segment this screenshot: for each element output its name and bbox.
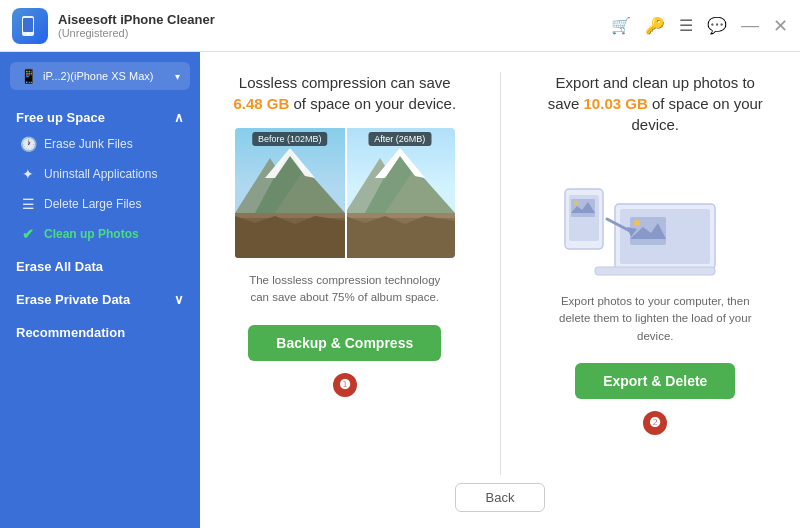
free-up-space-label: Free up Space	[16, 110, 105, 125]
erase-junk-label: Erase Junk Files	[44, 137, 133, 151]
main-layout: 📱 iP...2)(iPhone XS Max) ▾ Free up Space…	[0, 52, 800, 528]
export-highlight: 10.03 GB	[584, 95, 648, 112]
backup-title-prefix: Lossless compression can save	[239, 74, 451, 91]
app-name: Aiseesoft iPhone Cleaner	[58, 12, 611, 27]
delete-large-icon: ☰	[20, 196, 36, 212]
app-subtitle: (Unregistered)	[58, 27, 611, 39]
sidebar-item-clean-photos[interactable]: ✔ Clean up Photos	[0, 219, 200, 249]
phone-icon: 📱	[20, 68, 37, 84]
backup-title-suffix: of space on your device.	[289, 95, 456, 112]
card-separator	[500, 72, 501, 475]
after-label: After (26MB)	[368, 132, 431, 146]
backup-compress-card: Lossless compression can save 6.48 GB of…	[230, 72, 460, 475]
minimize-icon[interactable]: —	[741, 15, 759, 36]
content-area: Lossless compression can save 6.48 GB of…	[200, 52, 800, 528]
svg-point-29	[574, 201, 578, 205]
back-button[interactable]: Back	[455, 483, 546, 512]
before-label: Before (102MB)	[252, 132, 328, 146]
erase-private-chevron-icon: ∨	[174, 292, 184, 307]
backup-highlight: 6.48 GB	[233, 95, 289, 112]
cart-icon[interactable]: 🛒	[611, 16, 631, 35]
step-2-badge: ❷	[643, 411, 667, 435]
clean-photos-icon: ✔	[20, 226, 36, 242]
backup-compress-desc: The lossless compression technology can …	[245, 272, 445, 307]
sidebar-erase-all-data[interactable]: Erase All Data	[0, 249, 200, 282]
step-1-badge: ❶	[333, 373, 357, 397]
chat-icon[interactable]: 💬	[707, 16, 727, 35]
uninstall-apps-icon: ✦	[20, 166, 36, 182]
svg-marker-18	[345, 216, 455, 258]
export-delete-desc: Export photos to your computer, then del…	[555, 293, 755, 345]
export-illustration	[555, 149, 755, 279]
export-delete-button[interactable]: Export & Delete	[575, 363, 735, 399]
clean-photos-label: Clean up Photos	[44, 227, 139, 241]
options-row: Lossless compression can save 6.48 GB of…	[230, 72, 770, 475]
before-after-divider	[345, 128, 347, 258]
sidebar-erase-private-data[interactable]: Erase Private Data ∨	[0, 282, 200, 315]
before-after-image: Before (102MB)	[235, 128, 455, 258]
after-panel: After (26MB)	[345, 128, 455, 258]
free-up-space-chevron-icon: ∧	[174, 110, 184, 125]
backup-compress-title: Lossless compression can save 6.48 GB of…	[230, 72, 460, 114]
export-title-suffix: of space on your device.	[631, 95, 762, 133]
erase-junk-icon: 🕐	[20, 136, 36, 152]
back-row: Back	[230, 483, 770, 512]
svg-point-2	[27, 33, 29, 35]
close-icon[interactable]: ✕	[773, 15, 788, 37]
erase-private-data-label: Erase Private Data	[16, 292, 130, 307]
export-delete-title: Export and clean up photos to save 10.03…	[541, 72, 771, 135]
before-panel: Before (102MB)	[235, 128, 345, 258]
sidebar-item-uninstall-apps[interactable]: ✦ Uninstall Applications	[0, 159, 200, 189]
title-bar: Aiseesoft iPhone Cleaner (Unregistered) …	[0, 0, 800, 52]
svg-marker-10	[235, 216, 345, 258]
sidebar-item-delete-large[interactable]: ☰ Delete Large Files	[0, 189, 200, 219]
key-icon[interactable]: 🔑	[645, 16, 665, 35]
backup-compress-button[interactable]: Backup & Compress	[248, 325, 441, 361]
app-logo	[12, 8, 48, 44]
device-name-label: iP...2)(iPhone XS Max)	[43, 70, 175, 82]
window-controls: 🛒 🔑 ☰ 💬 — ✕	[611, 15, 788, 37]
sidebar: 📱 iP...2)(iPhone XS Max) ▾ Free up Space…	[0, 52, 200, 528]
sidebar-free-up-space-header[interactable]: Free up Space ∧	[0, 104, 200, 129]
menu-icon[interactable]: ☰	[679, 16, 693, 35]
svg-rect-21	[595, 267, 715, 275]
export-delete-card: Export and clean up photos to save 10.03…	[541, 72, 771, 475]
device-selector[interactable]: 📱 iP...2)(iPhone XS Max) ▾	[10, 62, 190, 90]
uninstall-apps-label: Uninstall Applications	[44, 167, 157, 181]
device-chevron-icon: ▾	[175, 71, 180, 82]
svg-point-24	[634, 220, 640, 226]
svg-rect-1	[23, 18, 33, 32]
sidebar-item-erase-junk[interactable]: 🕐 Erase Junk Files	[0, 129, 200, 159]
sidebar-recommendation[interactable]: Recommendation	[0, 315, 200, 348]
delete-large-label: Delete Large Files	[44, 197, 141, 211]
app-title-group: Aiseesoft iPhone Cleaner (Unregistered)	[58, 12, 611, 39]
